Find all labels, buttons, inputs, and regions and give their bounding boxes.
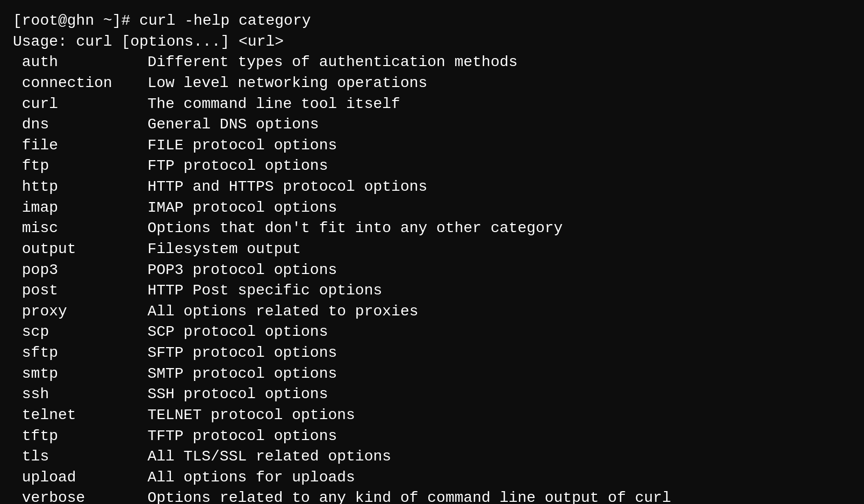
category-description: FILE protocol options: [120, 135, 337, 156]
category-name: connection: [13, 73, 120, 94]
category-description: TELNET protocol options: [120, 405, 355, 426]
command-line: [root@ghn ~]# curl -help category: [13, 11, 851, 32]
category-description: All options for uploads: [120, 467, 355, 488]
category-name: imap: [13, 198, 120, 219]
category-row: pop3 POP3 protocol options: [13, 260, 851, 281]
terminal-window: [root@ghn ~]# curl -help category Usage:…: [13, 11, 851, 493]
category-name: misc: [13, 218, 120, 239]
category-description: SFTP protocol options: [120, 343, 337, 364]
categories-list: auth Different types of authentication m…: [13, 52, 851, 504]
category-description: The command line tool itself: [120, 94, 400, 115]
category-name: output: [13, 239, 120, 260]
category-description: HTTP and HTTPS protocol options: [120, 177, 427, 198]
category-row: curl The command line tool itself: [13, 94, 851, 115]
category-row: dns General DNS options: [13, 114, 851, 135]
category-row: misc Options that don't fit into any oth…: [13, 218, 851, 239]
category-name: dns: [13, 114, 120, 135]
category-row: sftp SFTP protocol options: [13, 343, 851, 364]
command-prompt: [root@ghn ~]# curl -help category: [13, 11, 311, 32]
category-name: sftp: [13, 343, 120, 364]
category-description: FTP protocol options: [120, 156, 328, 177]
category-name: curl: [13, 94, 120, 115]
category-name: telnet: [13, 405, 120, 426]
category-description: All options related to proxies: [120, 301, 419, 322]
category-description: IMAP protocol options: [120, 198, 337, 219]
category-description: Filesystem output: [120, 239, 301, 260]
category-row: tftp TFTP protocol options: [13, 426, 851, 447]
category-row: proxy All options related to proxies: [13, 301, 851, 322]
category-row: post HTTP Post specific options: [13, 280, 851, 301]
category-name: upload: [13, 467, 120, 488]
category-description: Options that don't fit into any other ca…: [120, 218, 563, 239]
category-name: verbose: [13, 488, 120, 504]
category-description: All TLS/SSL related options: [120, 447, 391, 467]
category-description: POP3 protocol options: [120, 260, 337, 281]
category-row: telnet TELNET protocol options: [13, 405, 851, 426]
category-description: SMTP protocol options: [120, 364, 337, 385]
category-name: ftp: [13, 156, 120, 177]
category-name: auth: [13, 52, 120, 73]
category-row: ssh SSH protocol options: [13, 384, 851, 405]
category-row: scp SCP protocol options: [13, 322, 851, 343]
category-row: connection Low level networking operatio…: [13, 73, 851, 94]
usage-line: Usage: curl [options...] <url>: [13, 32, 851, 53]
category-description: Options related to any kind of command l…: [120, 488, 671, 504]
category-description: TFTP protocol options: [120, 426, 337, 447]
category-name: pop3: [13, 260, 120, 281]
category-row: file FILE protocol options: [13, 135, 851, 156]
category-row: output Filesystem output: [13, 239, 851, 260]
category-row: smtp SMTP protocol options: [13, 364, 851, 385]
category-name: scp: [13, 322, 120, 343]
category-row: verbose Options related to any kind of c…: [13, 488, 851, 504]
category-description: General DNS options: [120, 114, 319, 135]
category-name: file: [13, 135, 120, 156]
category-row: http HTTP and HTTPS protocol options: [13, 177, 851, 198]
category-name: ssh: [13, 384, 120, 405]
category-row: ftp FTP protocol options: [13, 156, 851, 177]
category-name: tls: [13, 447, 120, 467]
category-description: Different types of authentication method…: [120, 52, 517, 73]
usage-text: Usage: curl [options...] <url>: [13, 32, 284, 53]
category-description: Low level networking operations: [120, 73, 427, 94]
category-row: auth Different types of authentication m…: [13, 52, 851, 73]
category-description: SSH protocol options: [120, 384, 328, 405]
category-row: imap IMAP protocol options: [13, 198, 851, 219]
category-description: HTTP Post specific options: [120, 280, 382, 301]
category-name: proxy: [13, 301, 120, 322]
category-name: tftp: [13, 426, 120, 447]
category-name: http: [13, 177, 120, 198]
category-row: tls All TLS/SSL related options: [13, 447, 851, 467]
category-name: post: [13, 280, 120, 301]
category-name: smtp: [13, 364, 120, 385]
category-row: upload All options for uploads: [13, 467, 851, 488]
category-description: SCP protocol options: [120, 322, 328, 343]
